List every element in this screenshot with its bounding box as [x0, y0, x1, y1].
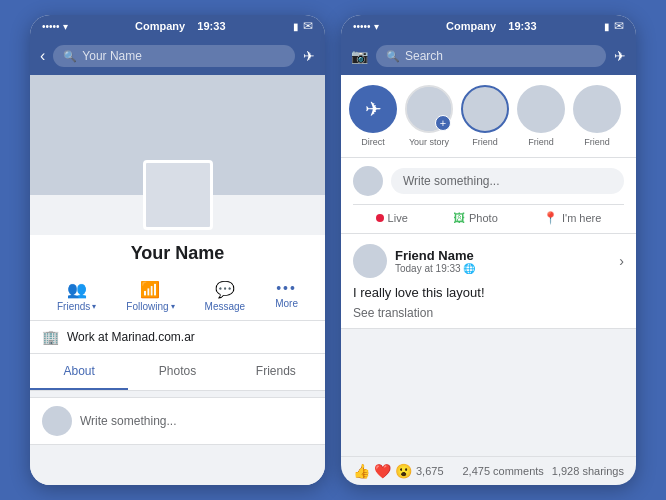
right-status-right: ▮ ✉ — [604, 19, 624, 33]
your-story-circle: + — [405, 85, 453, 133]
photo-icon: 🖼 — [453, 211, 465, 225]
stories-row: ✈ Direct + Your story Friend Friend — [341, 75, 636, 158]
following-caret-icon: ▾ — [171, 302, 175, 311]
composer-top: Write something... — [353, 166, 624, 196]
bottom-content — [30, 445, 325, 485]
friends-button[interactable]: 👥 Friends ▾ — [57, 280, 96, 312]
location-icon: 📍 — [543, 211, 558, 225]
post-time: Today at 19:33 🌐 — [395, 263, 475, 274]
globe-icon: 🌐 — [463, 263, 475, 274]
friends-icon: 👥 — [67, 280, 87, 299]
tab-photos[interactable]: Photos — [128, 354, 226, 390]
left-nav-bar: ‹ 🔍 Your Name ✈ — [30, 37, 325, 75]
left-carrier: Company — [135, 20, 185, 32]
phones-container: ••••• ▾ Company 19:33 ▮ ✉ ‹ 🔍 Your Name … — [30, 15, 636, 485]
wifi-icon: ▾ — [63, 21, 68, 32]
following-icon: 📶 — [140, 280, 160, 299]
message-button[interactable]: 💬 Message — [205, 280, 246, 312]
friend-active-circle — [461, 85, 509, 133]
profile-tab-bar: About Photos Friends — [30, 354, 325, 391]
post-reactions: 👍 ❤️ 😮 3,675 2,475 comments 1,928 sharin… — [341, 456, 636, 485]
search-icon: 🔍 — [63, 50, 77, 63]
friend-active-label: Friend — [472, 137, 498, 147]
post-composer: Write something... Live 🖼 Photo 📍 I'm he… — [341, 158, 636, 234]
reactions-count: 3,675 — [416, 465, 444, 477]
reactions-right: 2,475 comments 1,928 sharings — [463, 465, 625, 477]
following-label: Following — [126, 301, 168, 312]
right-status-bar: ••••• ▾ Company 19:33 ▮ ✉ — [341, 15, 636, 37]
post-author-name: Friend Name — [395, 248, 475, 263]
photo-action[interactable]: 🖼 Photo — [453, 211, 498, 225]
right-carrier: Company — [446, 20, 496, 32]
message-label: Message — [205, 301, 246, 312]
camera-icon[interactable]: 📷 — [351, 48, 368, 64]
post-options-icon[interactable]: › — [619, 253, 624, 269]
signal-dots: ••••• — [42, 21, 60, 32]
right-time: 19:33 — [508, 20, 536, 32]
work-icon: 🏢 — [42, 329, 59, 345]
right-battery-icon: ▮ — [604, 21, 610, 32]
left-time: 19:33 — [197, 20, 225, 32]
live-action[interactable]: Live — [376, 211, 408, 225]
post-meta: Friend Name Today at 19:33 🌐 — [395, 248, 475, 274]
right-messenger-icon: ✉ — [614, 19, 624, 33]
friends-label: Friends — [57, 301, 90, 312]
direct-label: Direct — [361, 137, 385, 147]
left-search-bar[interactable]: 🔍 Your Name — [53, 45, 295, 67]
right-status-left: ••••• ▾ — [353, 21, 379, 32]
left-status-bar: ••••• ▾ Company 19:33 ▮ ✉ — [30, 15, 325, 37]
post-header-left: Friend Name Today at 19:33 🌐 — [353, 244, 475, 278]
profile-name: Your Name — [131, 243, 225, 263]
friend-3-circle — [573, 85, 621, 133]
following-button[interactable]: 📶 Following ▾ — [126, 280, 174, 312]
tab-about[interactable]: About — [30, 354, 128, 390]
right-signal-dots: ••••• — [353, 21, 371, 32]
right-messenger-nav-icon[interactable]: ✈ — [614, 48, 626, 64]
live-dot-icon — [376, 214, 384, 222]
add-story-badge: + — [435, 115, 451, 131]
feed-spacer — [341, 329, 636, 456]
composer-avatar — [353, 166, 383, 196]
message-icon: 💬 — [215, 280, 235, 299]
see-translation[interactable]: See translation — [353, 306, 624, 320]
story-friend-3[interactable]: Friend — [573, 85, 621, 147]
user-avatar-small — [42, 406, 72, 436]
story-yours[interactable]: + Your story — [405, 85, 453, 147]
back-button[interactable]: ‹ — [40, 47, 45, 65]
post-avatar — [353, 244, 387, 278]
right-phone: ••••• ▾ Company 19:33 ▮ ✉ 📷 🔍 Search ✈ — [341, 15, 636, 485]
checkin-label: I'm here — [562, 212, 601, 224]
friend-2-label: Friend — [528, 137, 554, 147]
messenger-icon[interactable]: ✈ — [303, 48, 315, 64]
right-search-bar[interactable]: 🔍 Search — [376, 45, 606, 67]
write-placeholder: Write something... — [80, 414, 176, 428]
action-row: 👥 Friends ▾ 📶 Following ▾ 💬 Message ••• — [30, 272, 325, 321]
battery-icon: ▮ — [293, 21, 299, 32]
checkin-action[interactable]: 📍 I'm here — [543, 211, 601, 225]
work-info: 🏢 Work at Marinad.com.ar — [30, 321, 325, 354]
story-friend-active[interactable]: Friend — [461, 85, 509, 147]
right-wifi-icon: ▾ — [374, 21, 379, 32]
feed-post: Friend Name Today at 19:33 🌐 › I really … — [341, 234, 636, 329]
work-text: Work at Marinad.com.ar — [67, 330, 195, 344]
left-carrier-time: Company 19:33 — [135, 20, 226, 32]
tab-friends[interactable]: Friends — [227, 354, 325, 390]
right-search-text: Search — [405, 49, 443, 63]
your-story-label: Your story — [409, 137, 449, 147]
story-friend-2[interactable]: Friend — [517, 85, 565, 147]
haha-reaction-icon: 😮 — [395, 463, 412, 479]
status-right: ▮ ✉ — [293, 19, 313, 33]
post-content: I really love this layout! See translati… — [341, 284, 636, 328]
post-header: Friend Name Today at 19:33 🌐 › — [341, 234, 636, 284]
write-something-bar[interactable]: Write something... — [30, 397, 325, 445]
direct-icon: ✈ — [365, 97, 382, 121]
profile-pic-container — [143, 160, 213, 230]
shares-count: 1,928 sharings — [552, 465, 624, 477]
profile-name-section: Your Name — [30, 235, 325, 272]
more-button[interactable]: ••• More — [275, 280, 298, 312]
more-label: More — [275, 298, 298, 309]
composer-input[interactable]: Write something... — [391, 168, 624, 194]
story-direct[interactable]: ✈ Direct — [349, 85, 397, 147]
friend-3-label: Friend — [584, 137, 610, 147]
friends-caret-icon: ▾ — [92, 302, 96, 311]
